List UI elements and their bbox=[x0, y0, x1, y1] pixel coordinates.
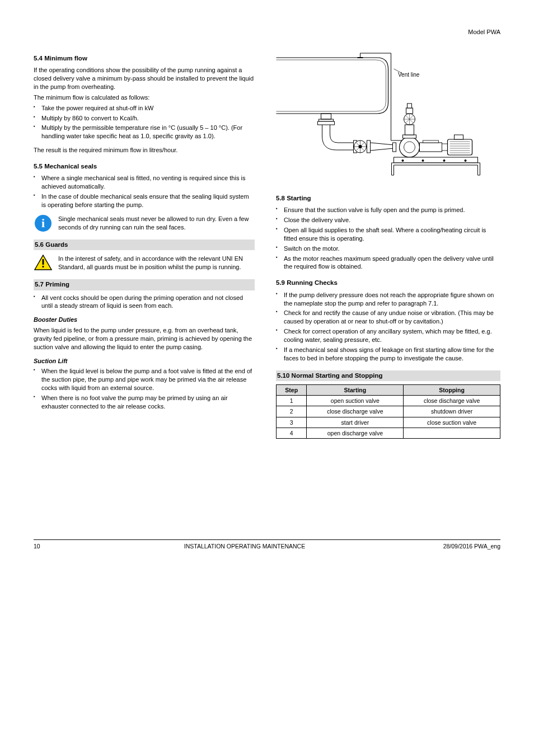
left-column: 5.4 Minimum flow If the operating condit… bbox=[34, 46, 255, 439]
table-row: 1 open suction valve close discharge val… bbox=[277, 396, 500, 406]
svg-point-31 bbox=[422, 159, 424, 162]
svg-rect-34 bbox=[403, 135, 416, 138]
h-5-6: 5.6 Guards bbox=[34, 240, 255, 251]
list-5-5: Where a single mechanical seal is fitted… bbox=[34, 174, 255, 209]
footer-center: INSTALLATION OPERATING MAINTENANCE bbox=[56, 542, 433, 550]
pump-diagram: Vent line bbox=[276, 46, 500, 186]
th-stopping: Stopping bbox=[404, 385, 500, 396]
h-5-4: 5.4 Minimum flow bbox=[34, 54, 255, 63]
list-item: As the motor reaches maximum speed gradu… bbox=[276, 255, 500, 271]
list-item: Open all liquid supplies to the shaft se… bbox=[276, 226, 500, 243]
info-text: Single mechanical seals must never be al… bbox=[58, 215, 255, 232]
svg-point-30 bbox=[402, 159, 404, 162]
p-5-4-3: The result is the required minimum flow … bbox=[34, 146, 255, 154]
info-callout: i Single mechanical seals must never be … bbox=[34, 215, 255, 232]
list-item: Switch on the motor. bbox=[276, 245, 500, 253]
list-item: Multiply by 860 to convert to Kcal/h. bbox=[34, 114, 255, 123]
list-item: If a mechanical seal shows signs of leak… bbox=[276, 346, 500, 363]
svg-point-32 bbox=[443, 159, 446, 162]
svg-rect-4 bbox=[321, 114, 331, 119]
list-item: When there is no foot valve the pump may… bbox=[34, 394, 255, 411]
vent-line-label: Vent line bbox=[398, 71, 419, 79]
h-5-8: 5.8 Starting bbox=[276, 194, 500, 203]
table-row: 3 start driver close suction valve bbox=[277, 417, 500, 428]
list-item: Multiply by the permissible temperature … bbox=[34, 124, 255, 140]
svg-rect-1 bbox=[43, 259, 44, 265]
h-5-7: 5.7 Priming bbox=[34, 279, 255, 290]
h-5-9: 5.9 Running Checks bbox=[276, 279, 500, 288]
footer-page: 10 bbox=[34, 542, 56, 550]
svg-point-13 bbox=[359, 145, 362, 148]
list-item: Close the delivery valve. bbox=[276, 216, 500, 224]
list-item: In the case of double mechanical seals e… bbox=[34, 192, 255, 209]
footer-right: 28/09/2016 PWA_eng bbox=[433, 542, 500, 550]
svg-rect-18 bbox=[420, 143, 442, 152]
p-booster: When liquid is fed to the pump under pre… bbox=[34, 326, 255, 351]
list-item: If the pump delivery pressure does not r… bbox=[276, 291, 500, 308]
table-row: 4 open discharge valve bbox=[277, 428, 500, 438]
p-5-4-2: The minimum flow is calculated as follow… bbox=[34, 93, 255, 102]
svg-rect-6 bbox=[318, 121, 335, 125]
svg-rect-19 bbox=[423, 140, 439, 143]
subhead-suction: Suction Lift bbox=[34, 357, 255, 365]
subhead-booster: Booster Duties bbox=[34, 316, 255, 324]
svg-rect-2 bbox=[43, 266, 44, 267]
svg-rect-41 bbox=[406, 108, 413, 114]
list-suction: When the liquid level is below the pump … bbox=[34, 367, 255, 410]
list-5-4: Take the power required at shut-off in k… bbox=[34, 104, 255, 140]
svg-rect-5 bbox=[319, 119, 334, 121]
info-icon: i bbox=[35, 215, 51, 232]
list-item: Check for correct operation of any ancil… bbox=[276, 327, 500, 344]
p-5-4-1: If the operating conditions show the pos… bbox=[34, 66, 255, 91]
svg-rect-28 bbox=[455, 135, 463, 139]
svg-rect-42 bbox=[407, 104, 412, 108]
warning-callout: In the interest of safety, and in accord… bbox=[34, 255, 255, 271]
th-step: Step bbox=[277, 385, 307, 396]
th-starting: Starting bbox=[307, 385, 404, 396]
right-column: Vent line 5.8 Starting Ensure that the s… bbox=[276, 46, 500, 439]
table-row: 2 close discharge valve shutdown driver bbox=[277, 406, 500, 417]
warning-text: In the interest of safety, and in accord… bbox=[58, 255, 255, 271]
list-item: Where a single mechanical seal is fitted… bbox=[34, 174, 255, 191]
list-5-8: Ensure that the suction valve is fully o… bbox=[276, 206, 500, 271]
svg-rect-14 bbox=[367, 140, 371, 153]
svg-point-17 bbox=[404, 142, 415, 153]
series-label: Model PWA bbox=[468, 28, 500, 36]
start-stop-table: Step Starting Stopping 1 open suction va… bbox=[276, 384, 500, 439]
svg-point-33 bbox=[465, 159, 467, 162]
svg-rect-15 bbox=[393, 143, 396, 152]
list-item: Take the power required at shut-off in k… bbox=[34, 104, 255, 112]
svg-rect-35 bbox=[405, 125, 414, 135]
list-item: Check for and rectify the cause of any u… bbox=[276, 309, 500, 326]
list-item: When the liquid level is below the pump … bbox=[34, 367, 255, 392]
warning-icon bbox=[34, 255, 52, 270]
h-5-10: 5.10 Normal Starting and Stopping bbox=[276, 370, 500, 382]
list-5-9: If the pump delivery pressure does not r… bbox=[276, 291, 500, 363]
svg-rect-20 bbox=[442, 144, 448, 151]
list-item: All vent cocks should be open during the… bbox=[34, 294, 255, 311]
h-5-5: 5.5 Mechanical seals bbox=[34, 162, 255, 171]
list-item: Ensure that the suction valve is fully o… bbox=[276, 206, 500, 214]
list-5-7: All vent cocks should be open during the… bbox=[34, 294, 255, 311]
page-footer: 10 INSTALLATION OPERATING MAINTENANCE 28… bbox=[34, 539, 500, 550]
